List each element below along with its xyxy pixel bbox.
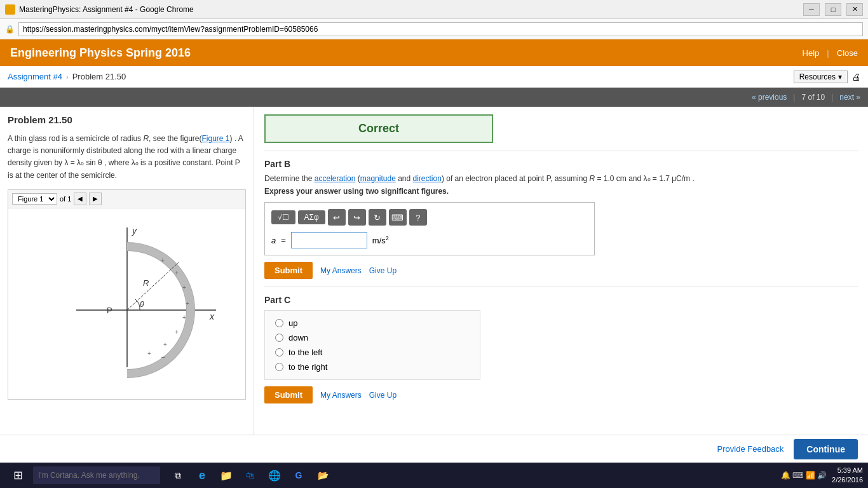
part-b-submit-row: Submit My Answers Give Up bbox=[264, 262, 858, 279]
svg-text:+: + bbox=[147, 350, 151, 357]
folder-icon[interactable]: 📂 bbox=[313, 464, 333, 487]
google-icon[interactable]: G bbox=[288, 464, 309, 487]
svg-line-15 bbox=[127, 262, 179, 310]
left-panel: Problem 21.50 A thin glass rod is a semi… bbox=[0, 107, 254, 463]
undo-button[interactable]: ↩ bbox=[328, 209, 346, 226]
svg-text:+: + bbox=[186, 300, 189, 307]
previous-link[interactable]: « previous bbox=[752, 93, 787, 102]
print-icon[interactable]: 🖨 bbox=[851, 72, 860, 82]
option-left[interactable]: to the left bbox=[275, 348, 470, 357]
title-bar: MasteringPhysics: Assignment #4 - Google… bbox=[0, 0, 868, 19]
part-c-give-up-link[interactable]: Give Up bbox=[369, 391, 397, 400]
radio-options-box: up down to the left to the right bbox=[264, 310, 480, 380]
part-b-submit-button[interactable]: Submit bbox=[264, 262, 313, 279]
radio-down[interactable] bbox=[275, 334, 283, 342]
magnitude-link[interactable]: magnitude bbox=[360, 174, 396, 183]
refresh-button[interactable]: ↻ bbox=[369, 209, 386, 226]
explorer-icon[interactable]: 📁 bbox=[216, 464, 236, 487]
breadcrumb-separator: › bbox=[66, 73, 69, 81]
close-link[interactable]: Close bbox=[837, 48, 858, 58]
figure-body: y x P + + + + + + + + bbox=[8, 208, 245, 399]
chrome-icon[interactable]: 🌐 bbox=[264, 464, 285, 487]
provide-feedback-link[interactable]: Provide Feedback bbox=[717, 444, 784, 454]
problem-text: A thin glass rod is a semicircle of radi… bbox=[8, 133, 246, 182]
option-left-label: to the left bbox=[288, 348, 322, 357]
part-c-submit-button[interactable]: Submit bbox=[264, 386, 313, 403]
figure-prev-button[interactable]: ◀ bbox=[74, 193, 86, 205]
address-input[interactable] bbox=[18, 22, 863, 36]
taskbar-right: 🔔 ⌨ 📶 🔊 5:39 AM 2/26/2016 bbox=[781, 466, 863, 485]
math-variable: a bbox=[271, 236, 276, 245]
part-c-my-answers-link[interactable]: My Answers bbox=[320, 391, 362, 400]
resources-button[interactable]: Resources ▾ bbox=[794, 71, 848, 83]
svg-text:θ: θ bbox=[140, 300, 144, 309]
svg-text:P: P bbox=[107, 306, 112, 315]
option-right[interactable]: to the right bbox=[275, 362, 470, 372]
continue-button[interactable]: Continue bbox=[794, 439, 858, 459]
svg-text:−: − bbox=[161, 353, 165, 362]
divider-2 bbox=[264, 287, 858, 287]
math-input-area: √☐ ΑΣφ ↩ ↪ ↻ ⌨ ? a = m/s2 bbox=[264, 202, 595, 255]
minimize-button[interactable]: ─ bbox=[803, 3, 820, 16]
radio-up[interactable] bbox=[275, 319, 283, 327]
part-b-my-answers-link[interactable]: My Answers bbox=[320, 266, 362, 275]
taskbar: ⊞ ⧉ e 📁 🛍 🌐 G 📂 🔔 ⌨ 📶 🔊 5:39 AM 2/26/201… bbox=[0, 463, 868, 488]
help-button[interactable]: ? bbox=[409, 209, 427, 226]
help-link[interactable]: Help bbox=[803, 48, 820, 58]
math-equals: = bbox=[281, 236, 286, 245]
right-panel[interactable]: Correct Part B Determine the acceleratio… bbox=[254, 107, 868, 463]
redo-button[interactable]: ↪ bbox=[348, 209, 366, 226]
figure-panel: Figure 1 of 1 ◀ ▶ y x P bbox=[8, 189, 246, 400]
address-bar: 🔒 bbox=[0, 19, 868, 39]
option-right-label: to the right bbox=[288, 362, 327, 372]
part-b-give-up-link[interactable]: Give Up bbox=[369, 266, 397, 275]
breadcrumb-nav: Assignment #4 › Problem 21.50 Resources … bbox=[0, 66, 868, 88]
svg-text:x: x bbox=[209, 311, 215, 322]
problem-counter: 7 of 10 bbox=[801, 93, 825, 102]
option-down[interactable]: down bbox=[275, 333, 470, 342]
bottom-bar: Provide Feedback Continue bbox=[0, 435, 868, 463]
figure-next-button[interactable]: ▶ bbox=[89, 193, 102, 205]
figure-header: Figure 1 of 1 ◀ ▶ bbox=[8, 190, 245, 208]
main-layout: Problem 21.50 A thin glass rod is a semi… bbox=[0, 107, 868, 463]
figure-select[interactable]: Figure 1 bbox=[12, 193, 57, 205]
edge-icon[interactable]: e bbox=[192, 464, 212, 487]
taskbar-time: 5:39 AM 2/26/2016 bbox=[832, 466, 863, 485]
window-title: MasteringPhysics: Assignment #4 - Google… bbox=[19, 5, 803, 14]
acceleration-input[interactable] bbox=[291, 232, 367, 248]
cortana-search[interactable] bbox=[33, 466, 160, 484]
acceleration-link[interactable]: acceleration bbox=[315, 174, 356, 183]
next-link[interactable]: next » bbox=[839, 93, 860, 102]
maximize-button[interactable]: □ bbox=[825, 3, 841, 16]
close-button[interactable]: ✕ bbox=[846, 3, 863, 16]
math-input-row: a = m/s2 bbox=[271, 232, 588, 248]
part-c-submit-row: Submit My Answers Give Up bbox=[264, 386, 858, 403]
direction-link[interactable]: direction bbox=[413, 174, 442, 183]
figure-of: of 1 bbox=[60, 195, 71, 203]
taskbar-icons: ⧉ e 📁 🛍 🌐 G 📂 bbox=[168, 464, 333, 487]
keyboard-button[interactable]: ⌨ bbox=[389, 209, 407, 226]
window-controls[interactable]: ─ □ ✕ bbox=[803, 3, 863, 16]
problem-title: Problem 21.50 bbox=[8, 114, 246, 125]
browser-icon bbox=[5, 4, 15, 15]
part-b-description: Determine the acceleration (magnitude an… bbox=[264, 174, 858, 183]
svg-text:+: + bbox=[182, 284, 186, 291]
radio-left[interactable] bbox=[275, 348, 283, 356]
part-c-header: Part C bbox=[264, 295, 858, 305]
part-b-header: Part B bbox=[264, 159, 858, 169]
fraction-button[interactable]: √☐ bbox=[271, 210, 295, 224]
svg-text:+: + bbox=[175, 329, 179, 336]
option-up[interactable]: up bbox=[275, 318, 470, 328]
symbols-button[interactable]: ΑΣφ bbox=[298, 210, 325, 224]
store-icon[interactable]: 🛍 bbox=[240, 464, 261, 487]
start-button[interactable]: ⊞ bbox=[5, 464, 31, 487]
lock-icon: 🔒 bbox=[5, 25, 15, 34]
svg-text:+: + bbox=[161, 257, 165, 264]
figure-link[interactable]: Figure 1 bbox=[201, 134, 229, 143]
system-icons: 🔔 ⌨ 📶 🔊 bbox=[781, 471, 827, 480]
math-unit: m/s2 bbox=[372, 235, 389, 245]
taskview-icon[interactable]: ⧉ bbox=[168, 464, 188, 487]
assignment-link[interactable]: Assignment #4 bbox=[8, 72, 62, 81]
app-header: Engineering Physics Spring 2016 Help | C… bbox=[0, 39, 868, 66]
radio-right[interactable] bbox=[275, 363, 283, 371]
